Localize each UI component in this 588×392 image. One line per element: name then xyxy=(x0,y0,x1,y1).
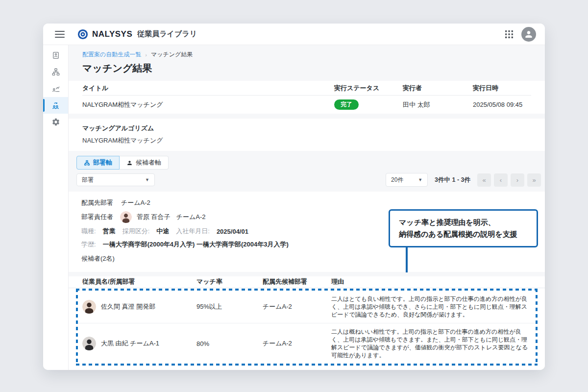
people-chart-icon xyxy=(51,84,60,93)
screen: { "colors": { "accent": "#1380cf", "link… xyxy=(0,0,588,392)
candidates-count: 候補者(2名) xyxy=(81,254,532,263)
filter-row: 部署 ▼ 20件 ▼ 3件中 1 - 3件 « ‹ › » xyxy=(76,173,541,187)
avatar xyxy=(82,300,96,314)
avatar xyxy=(82,337,96,350)
education-label: 学歴: xyxy=(81,240,96,249)
page-size-value: 20件 xyxy=(391,176,403,184)
attr-value: 2025/04/01 xyxy=(217,228,248,235)
attr-label: 採用区分: xyxy=(122,227,150,236)
algorithm-section: マッチングアルゴリズム NALYGRAM相性マッチング xyxy=(69,119,545,151)
run-title: NALYGRAM相性マッチング xyxy=(82,100,334,109)
col-executor: 実行者 xyxy=(403,84,473,93)
candidate-name: 佐久間 真澄 開発部 xyxy=(101,302,155,311)
org-tree-icon xyxy=(84,160,90,166)
department-dropdown-value: 部署 xyxy=(82,176,94,184)
col-candidate-dept: 配属先候補部署 xyxy=(263,277,331,286)
page-title: マッチング結果 xyxy=(69,59,545,75)
education-value: 一橋大学商学部(2000年4月入学) 一橋大学商学部(2004年3月入学) xyxy=(103,240,289,249)
breadcrumb-link[interactable]: 配置案の自動生成一覧 xyxy=(82,50,141,59)
run-datetime: 2025/05/08 09:45 xyxy=(473,101,531,108)
logo-target-icon xyxy=(77,29,88,40)
breadcrumb: 配置案の自動生成一覧 › マッチング結果 xyxy=(69,45,545,59)
chevron-down-icon: ▼ xyxy=(418,177,422,182)
manager-label: 部署責任者 xyxy=(81,213,113,221)
run-executor: 田中 太郎 xyxy=(403,100,473,109)
tab-label: 候補者軸 xyxy=(136,158,161,167)
top-bar: NALYSYS 従業員ライブラリ xyxy=(43,24,545,45)
brand-name: NALYSYS xyxy=(92,29,132,39)
col-match-rate: マッチ率 xyxy=(196,277,263,286)
gear-icon xyxy=(51,118,60,126)
table-row[interactable]: 佐久間 真澄 開発部 95%以上 チームA-2 二人はとても良い相性です。上司の… xyxy=(76,291,538,323)
apps-grid-icon[interactable] xyxy=(505,30,514,39)
dotted-border xyxy=(76,289,78,366)
tab-department-axis[interactable]: 部署軸 xyxy=(76,156,120,170)
user-avatar-icon[interactable] xyxy=(521,27,536,42)
people-sync-icon xyxy=(51,101,60,110)
dept-label: 配属先部署 xyxy=(81,198,113,207)
match-rate: 95%以上 xyxy=(196,302,263,311)
table-row[interactable]: 大黒 由紀 チームA-1 80% チームA-2 二人は概ねいい相性です。上司の指… xyxy=(76,323,538,364)
dotted-border xyxy=(76,289,538,291)
attr-value: 中途 xyxy=(156,227,169,236)
axis-tabs: 部署軸 候補者軸 xyxy=(76,156,545,170)
match-rate: 80% xyxy=(196,340,263,347)
candidate-dept: チームA-2 xyxy=(263,339,331,348)
annotation-callout: マッチ率と推奨理由を明示、 納得感のある配属根拠の説明を支援 xyxy=(389,209,538,247)
manager-dept: チームA-2 xyxy=(176,213,206,221)
breadcrumb-current: マッチング結果 xyxy=(151,50,193,59)
dotted-border xyxy=(76,364,538,366)
menu-icon[interactable] xyxy=(55,31,65,38)
col-employee: 従業員名/所属部署 xyxy=(82,277,196,286)
sidebar-item-employee-library[interactable] xyxy=(43,47,68,64)
id-card-icon xyxy=(51,51,60,60)
department-dropdown[interactable]: 部署 ▼ xyxy=(76,173,155,186)
product-name: 従業員ライブラリ xyxy=(137,29,197,39)
app-logo[interactable]: NALYSYS 従業員ライブラリ xyxy=(77,29,197,40)
candidate-dept: チームA-2 xyxy=(263,302,331,311)
reason-text: 二人は概ねいい相性です。上司の指示と部下の仕事の進め方の相性が良く、上司は承認や… xyxy=(331,326,532,361)
reason-text: 二人はとても良い相性です。上司の指示と部下の仕事の進め方の相性が良く、上司は承認… xyxy=(331,293,532,320)
col-datetime: 実行日時 xyxy=(473,84,531,93)
pagination-range: 3件中 1 - 3件 xyxy=(435,176,470,184)
table-row[interactable]: NALYGRAM相性マッチング 完了 田中 太郎 2025/05/08 09:4… xyxy=(82,96,531,114)
main-content: 配置案の自動生成一覧 › マッチング結果 マッチング結果 タイトル 実行ステータ… xyxy=(69,45,545,370)
prev-page-button[interactable]: ‹ xyxy=(494,173,508,187)
sidebar-item-org-chart[interactable] xyxy=(43,64,68,80)
first-page-button[interactable]: « xyxy=(477,173,491,187)
tab-candidate-axis[interactable]: 候補者軸 xyxy=(120,156,169,170)
tab-label: 部署軸 xyxy=(93,158,112,167)
app-window: NALYSYS 従業員ライブラリ xyxy=(43,24,545,370)
pagination: 20件 ▼ 3件中 1 - 3件 « ‹ › » xyxy=(386,173,541,187)
org-tree-icon xyxy=(51,68,60,76)
chevron-down-icon: ▼ xyxy=(145,177,149,182)
status-badge: 完了 xyxy=(334,99,359,109)
dotted-border xyxy=(536,289,538,366)
algorithm-value: NALYGRAM相性マッチング xyxy=(82,136,531,145)
attr-label: 職種: xyxy=(81,227,96,236)
dept-value: チームA-2 xyxy=(121,198,150,207)
col-status: 実行ステータス xyxy=(334,84,403,93)
avatar xyxy=(120,211,132,223)
page-size-dropdown[interactable]: 20件 ▼ xyxy=(386,173,428,187)
next-page-button[interactable]: › xyxy=(511,173,524,187)
callout-line-1: マッチ率と推奨理由を明示、 xyxy=(399,217,528,228)
person-icon xyxy=(126,160,133,166)
sidebar-item-settings[interactable] xyxy=(43,114,68,130)
algorithm-label: マッチングアルゴリズム xyxy=(82,124,531,133)
sidebar-item-matching[interactable] xyxy=(43,97,68,114)
run-table: タイトル 実行ステータス 実行者 実行日時 NALYGRAM相性マッチング 完了… xyxy=(69,81,545,114)
attr-value: 営業 xyxy=(103,227,116,236)
attr-label: 入社年月日: xyxy=(176,227,210,236)
sidebar-item-talent-analytics[interactable] xyxy=(43,80,68,97)
callout-line-2: 納得感のある配属根拠の説明を支援 xyxy=(399,228,528,240)
breadcrumb-separator-icon: › xyxy=(145,52,147,58)
last-page-button[interactable]: » xyxy=(527,173,541,187)
manager-name: 菅原 百合子 xyxy=(137,213,171,221)
col-title: タイトル xyxy=(82,84,334,93)
candidates-highlight-box: 佐久間 真澄 開発部 95%以上 チームA-2 二人はとても良い相性です。上司の… xyxy=(76,289,538,366)
col-reason: 理由 xyxy=(331,277,532,286)
sidebar xyxy=(43,45,69,370)
candidate-table-header: 従業員名/所属部署 マッチ率 配属先候補部署 理由 xyxy=(69,276,545,287)
candidate-name: 大黒 由紀 チームA-1 xyxy=(101,339,159,348)
